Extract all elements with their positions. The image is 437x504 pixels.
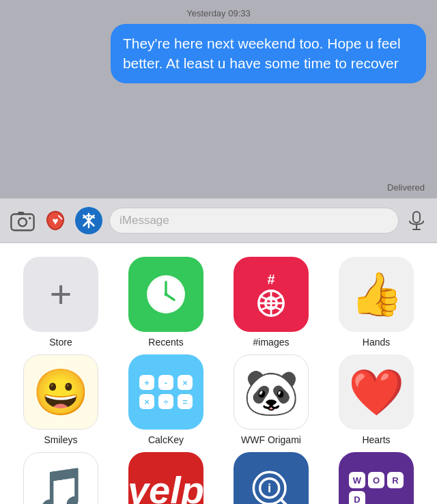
- app-item-hands[interactable]: 👍 Hands: [326, 257, 426, 348]
- svg-rect-5: [413, 212, 420, 223]
- app-item-recents[interactable]: Recents: [116, 257, 216, 348]
- app-grid-area: + Store Recents # #images 👍 Hands 😀 Smil…: [0, 243, 437, 504]
- svg-rect-2: [18, 212, 25, 215]
- app-label-hands: Hands: [363, 337, 390, 348]
- app-label-hearts: Hearts: [362, 434, 390, 445]
- svg-point-1: [18, 218, 27, 226]
- app-label-store: Store: [49, 337, 72, 348]
- imessage-input[interactable]: iMessage: [109, 208, 399, 234]
- app-item-music[interactable]: 🎵 Music: [11, 452, 111, 504]
- app-item-wwf[interactable]: 🐼 WWF Origami: [221, 354, 321, 445]
- app-label-wwf: WWF Origami: [241, 434, 301, 445]
- camera-button[interactable]: [10, 208, 36, 234]
- toolbar: ♥ iMessage: [0, 198, 437, 243]
- app-label-recents: Recents: [148, 337, 183, 348]
- app-grid: + Store Recents # #images 👍 Hands 😀 Smil…: [11, 257, 426, 504]
- app-item-smileys[interactable]: 😀 Smileys: [11, 354, 111, 445]
- app-item-wordswipe[interactable]: WORD Word Swipe: [326, 452, 426, 504]
- app-item-qiktionary[interactable]: i Qiktionary: [221, 452, 321, 504]
- svg-text:i: i: [268, 481, 271, 495]
- svg-point-3: [29, 217, 31, 220]
- appstore-button[interactable]: [75, 207, 102, 234]
- app-label-calckey: CalcKey: [148, 434, 184, 445]
- app-item-store[interactable]: + Store: [11, 257, 111, 348]
- delivered-status: Delivered: [0, 180, 437, 198]
- svg-line-19: [281, 500, 289, 504]
- timestamp: Yesterday 09:33: [0, 0, 437, 24]
- message-bubble: They're here next weekend too. Hope u fe…: [111, 24, 426, 83]
- messages-area: Yesterday 09:33 They're here next weeken…: [0, 0, 437, 198]
- app-label-smileys: Smileys: [44, 434, 77, 445]
- tapback-button[interactable]: ♥: [42, 208, 68, 234]
- app-item-images[interactable]: # #images: [221, 257, 321, 348]
- svg-point-12: [165, 293, 168, 296]
- svg-text:♥: ♥: [52, 215, 58, 227]
- mic-button[interactable]: [406, 210, 427, 232]
- app-item-yelp[interactable]: yelp Yelp: [116, 452, 216, 504]
- imessage-placeholder: iMessage: [119, 214, 169, 227]
- message-bubble-area: They're here next weekend too. Hope u fe…: [0, 24, 437, 180]
- app-item-calckey[interactable]: +-×× ÷ = CalcKey: [116, 354, 216, 445]
- app-item-hearts[interactable]: ❤️ Hearts: [326, 354, 426, 445]
- svg-rect-0: [11, 214, 33, 231]
- app-label-images: #images: [253, 337, 290, 348]
